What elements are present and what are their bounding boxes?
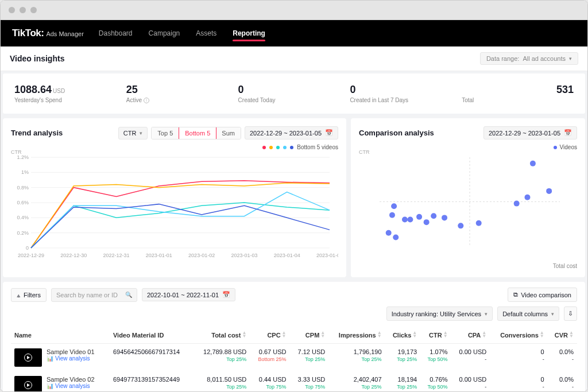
- col-cpm[interactable]: CPM▲▼: [290, 327, 329, 344]
- nav-item-assets[interactable]: Assets: [196, 21, 216, 45]
- cell-value: 0.67 USD: [253, 348, 286, 355]
- svg-point-32: [431, 213, 436, 219]
- cell-rank: Top 25%: [196, 384, 246, 390]
- trend-metric-dropdown[interactable]: CTR ▾: [118, 127, 148, 139]
- trend-analysis-panel: Trend analysis CTR ▾ Top 5Bottom 5Sum 20…: [3, 118, 346, 277]
- cell-value: 0.44 USD: [253, 376, 286, 383]
- col-conversions[interactable]: Conversions▲▼: [490, 327, 547, 344]
- cell-rank: Top 25%: [293, 356, 326, 362]
- video-name: Sample Video 01: [47, 348, 95, 355]
- industry-label: Industry ranking: Utility Services: [392, 311, 482, 317]
- col-cvr[interactable]: CVR▲▼: [548, 327, 577, 344]
- comparison-legend: Videos: [359, 144, 577, 150]
- view-analysis-link[interactable]: 📊View analysis: [47, 355, 95, 362]
- nav-item-dashboard[interactable]: Dashboard: [99, 21, 133, 45]
- stat-value: 0: [238, 84, 244, 95]
- table-row: Sample Video 02 📊View analysis 694977313…: [11, 371, 577, 391]
- search-icon: 🔍: [125, 292, 132, 298]
- stat-label: Yesterday's Spend: [14, 97, 62, 103]
- col-clicks[interactable]: Clicks▲▼: [385, 327, 421, 344]
- comparison-xlabel: Total cost: [359, 263, 577, 269]
- trend-ylabel: CTR: [11, 149, 22, 155]
- chevron-down-icon: ▾: [551, 311, 554, 317]
- cell-rank: Top 25%: [389, 356, 417, 362]
- window-dot: [9, 7, 15, 13]
- trend-date-text: 2022-12-29 ~ 2023-01-05: [250, 130, 322, 137]
- data-range-selector[interactable]: Data range: All ad accounts ▾: [480, 52, 578, 65]
- cell-value: 12,789.88 USD: [196, 348, 246, 355]
- stat-total: 531Total: [462, 84, 574, 103]
- svg-point-38: [530, 161, 536, 166]
- industry-ranking-dropdown[interactable]: Industry ranking: Utility Services ▾: [386, 306, 493, 321]
- data-range-value: All ad accounts: [523, 55, 566, 62]
- comparison-title: Comparison analysis: [359, 129, 434, 137]
- data-range-label: Data range:: [486, 55, 519, 62]
- window-chrome: [1, 1, 587, 20]
- stat-value: 1088.64: [14, 84, 52, 95]
- table-date-range[interactable]: 2022-10-01 ~ 2022-11-01 📅: [142, 288, 235, 301]
- cell-rank: Bottom 25%: [253, 356, 286, 362]
- nav-item-reporting[interactable]: Reporting: [233, 21, 265, 45]
- table-row: Sample Video 01 📊View analysis 694564250…: [11, 344, 577, 372]
- chart-icon: 📊: [47, 383, 53, 389]
- col-impressions[interactable]: Impressions▲▼: [328, 327, 385, 344]
- export-button[interactable]: ⇩: [564, 306, 577, 321]
- trend-date-range[interactable]: 2022-12-29 ~ 2023-01-05 📅: [245, 126, 338, 139]
- comparison-legend-text: Videos: [560, 144, 577, 150]
- cell-rank: Top 25%: [332, 356, 381, 362]
- svg-point-31: [424, 219, 430, 225]
- video-thumbnail[interactable]: [14, 348, 42, 367]
- stat-value: 531: [556, 84, 574, 95]
- video-thumbnail[interactable]: [14, 376, 42, 391]
- filters-button[interactable]: ⟁ Filters: [11, 288, 47, 302]
- columns-dropdown[interactable]: Default columns ▾: [497, 306, 559, 321]
- stat-label: Created in Last 7 Days: [350, 97, 408, 103]
- svg-text:2023-01-02: 2023-01-02: [188, 253, 215, 258]
- segment-top-5[interactable]: Top 5: [152, 127, 179, 139]
- brand-name: TikTok:: [12, 28, 44, 39]
- video-table-panel: ⟁ Filters Search by name or ID 🔍 2022-10…: [3, 282, 585, 391]
- cell-rank: Top 50%: [424, 384, 447, 390]
- cell-value: 0: [493, 348, 544, 355]
- search-input[interactable]: Search by name or ID 🔍: [51, 288, 137, 302]
- sort-icon: ▲▼: [377, 331, 382, 338]
- cell-rank: -: [551, 356, 574, 362]
- col-cpa[interactable]: CPA▲▼: [451, 327, 490, 344]
- nav-item-campaign[interactable]: Campaign: [149, 21, 180, 45]
- window-dot: [30, 7, 37, 13]
- cell-rank: Top 75%: [293, 384, 326, 390]
- cell-rank: Top 50%: [424, 356, 447, 362]
- cell-value: 0.0%: [551, 376, 574, 383]
- segment-bottom-5[interactable]: Bottom 5: [179, 127, 216, 139]
- svg-point-28: [402, 217, 408, 223]
- stat-label: Created Today: [238, 97, 276, 103]
- svg-point-35: [476, 220, 482, 226]
- stat-created-in-last-7-days: 0Created in Last 7 Days: [350, 84, 462, 103]
- cell-value: 0.00 USD: [455, 376, 487, 383]
- legend-dot-icon: [276, 146, 280, 149]
- cell-rank: -: [455, 384, 487, 390]
- svg-text:2023-01-05: 2023-01-05: [316, 253, 338, 258]
- video-comparison-button[interactable]: ⧉ Video comparison: [508, 288, 577, 302]
- view-analysis-link[interactable]: 📊View analysis: [47, 383, 95, 389]
- comparison-date-range[interactable]: 2022-12-29 ~ 2023-01-05 📅: [483, 126, 577, 139]
- svg-text:2022-12-30: 2022-12-30: [60, 253, 87, 258]
- chevron-down-icon: ▾: [140, 130, 142, 136]
- col-cpc[interactable]: CPC▲▼: [250, 327, 289, 344]
- legend-dot-icon: [269, 146, 273, 149]
- cell-rank: -: [455, 356, 487, 362]
- video-comparison-label: Video comparison: [521, 292, 571, 298]
- col-ctr[interactable]: CTR▲▼: [420, 327, 451, 344]
- svg-point-26: [391, 203, 397, 209]
- col-total-cost[interactable]: Total cost▲▼: [193, 327, 250, 344]
- segment-sum[interactable]: Sum: [216, 127, 241, 139]
- sort-icon: ▲▼: [569, 331, 574, 338]
- page-title: Video insights: [10, 54, 64, 63]
- filters-label: Filters: [24, 292, 41, 298]
- comparison-chart: [359, 152, 577, 252]
- compare-icon: ⧉: [513, 291, 518, 298]
- cell-value: 0.76%: [424, 376, 447, 383]
- sort-icon: ▲▼: [482, 331, 486, 338]
- cell-rank: -: [551, 384, 574, 390]
- legend-dot-icon: [554, 146, 557, 149]
